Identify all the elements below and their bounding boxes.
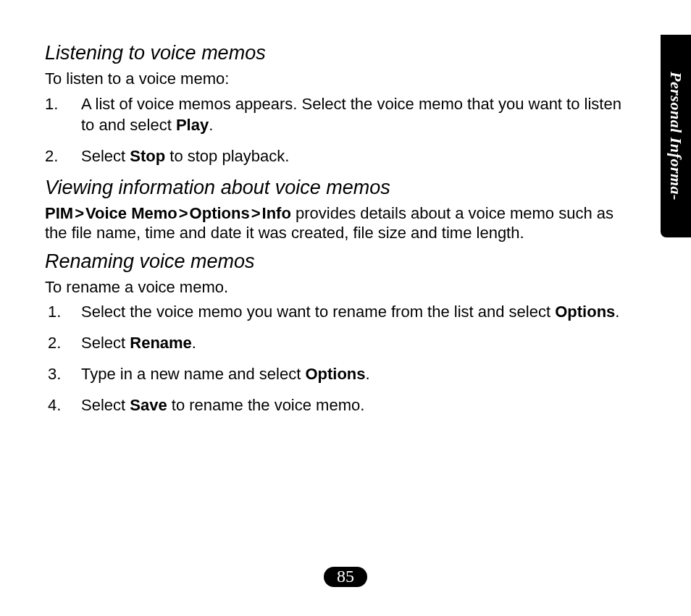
step-bold: Rename [130,334,192,352]
step-number: 3. [48,363,61,384]
step-text: Select [81,396,130,414]
step-text: . [192,334,196,352]
step-text: to stop playback. [165,147,289,165]
heading-listening: Listening to voice memos [45,42,624,64]
step-number: 2. [48,332,61,353]
paragraph-viewing: PIM>Voice Memo>Options>Info provides det… [45,203,624,243]
step-text: Select [81,334,130,352]
step-text: to rename the voice memo. [167,396,365,414]
list-item: 1. A list of voice memos appears. Select… [45,93,624,135]
step-number: 2. [45,145,58,166]
steps-listening: 1. A list of voice memos appears. Select… [45,93,624,166]
section-listening: Listening to voice memos To listen to a … [45,42,624,166]
intro-renaming: To rename a voice memo. [45,277,624,298]
list-item: 2. Select Stop to stop playback. [45,145,624,166]
nav-segment: Voice Memo [85,204,177,222]
list-item: 2. Select Rename. [45,332,624,353]
intro-listening: To listen to a voice memo: [45,69,624,89]
nav-segment: PIM [45,204,73,222]
heading-renaming: Renaming voice memos [45,250,624,273]
step-bold: Options [305,365,365,383]
nav-path: PIM>Voice Memo>Options>Info [45,204,296,222]
step-text: . [209,116,213,134]
section-tab: Personal Informa- [661,35,691,237]
steps-renaming: 1. Select the voice memo you want to ren… [45,301,624,415]
section-tab-label: Personal Informa- [666,72,685,201]
step-number: 1. [45,93,58,114]
step-number: 4. [48,395,61,415]
manual-page: Personal Informa- Listening to voice mem… [0,0,691,616]
nav-segment: Info [262,204,291,222]
step-text: Select [81,147,130,165]
section-viewing: Viewing information about voice memos PI… [45,177,624,243]
heading-viewing: Viewing information about voice memos [45,177,624,199]
step-bold: Options [555,303,615,321]
step-text: . [366,365,370,383]
step-bold: Play [176,116,209,134]
nav-separator: > [177,204,190,222]
step-text: Type in a new name and select [81,365,305,383]
list-item: 3. Type in a new name and select Options… [45,363,624,384]
step-bold: Stop [130,147,165,165]
nav-separator: > [250,204,262,222]
list-item: 4. Select Save to rename the voice memo. [45,395,624,415]
list-item: 1. Select the voice memo you want to ren… [45,301,624,322]
page-number: 85 [324,567,367,587]
step-bold: Save [130,396,167,414]
step-text: Select the voice memo you want to rename… [81,303,555,321]
page-content: Listening to voice memos To listen to a … [45,42,624,426]
step-number: 1. [48,301,61,322]
nav-segment: Options [190,204,250,222]
step-text: . [615,303,619,321]
section-renaming: Renaming voice memos To rename a voice m… [45,250,624,416]
nav-separator: > [73,204,85,222]
step-text: A list of voice memos appears. Select th… [81,95,621,134]
